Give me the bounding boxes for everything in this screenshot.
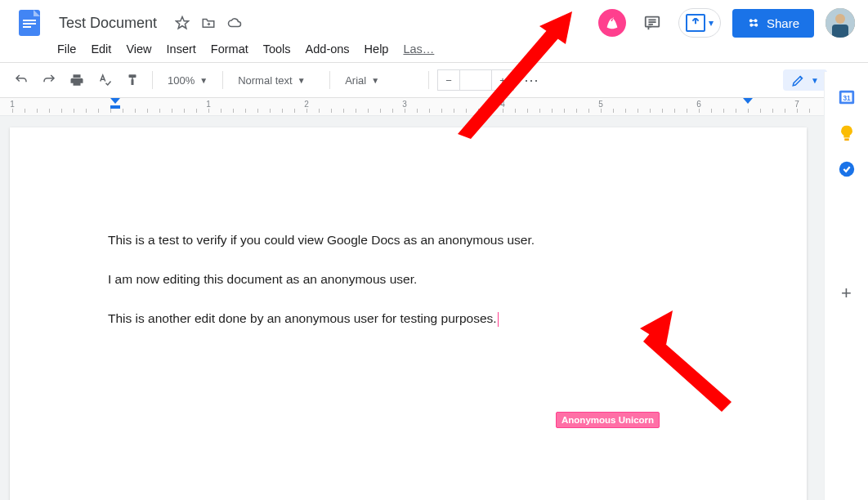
present-icon xyxy=(686,14,705,32)
calendar-app-icon[interactable]: 31 xyxy=(838,88,856,106)
font-size-stepper: − + xyxy=(437,69,514,91)
undo-button[interactable] xyxy=(10,69,33,92)
svg-marker-14 xyxy=(743,98,753,104)
account-avatar[interactable] xyxy=(825,8,855,38)
svg-point-10 xyxy=(835,14,845,24)
menu-help[interactable]: Help xyxy=(365,42,389,56)
left-indent-marker[interactable] xyxy=(110,98,120,111)
chevron-down-icon: ▾ xyxy=(709,17,714,29)
collaborator-cursor xyxy=(498,312,499,327)
cloud-status-icon[interactable] xyxy=(227,16,242,30)
right-indent-marker[interactable] xyxy=(743,98,753,111)
horizontal-ruler[interactable]: 1 1 2 3 4 5 6 7 xyxy=(0,98,868,116)
toolbar: 100%▼ Normal text▼ Arial▼ − + ⋯ ▼ xyxy=(0,62,868,98)
font-size-decrease[interactable]: − xyxy=(438,70,459,90)
svg-rect-18 xyxy=(844,138,849,141)
menu-view[interactable]: View xyxy=(126,42,151,56)
menu-insert[interactable]: Insert xyxy=(167,42,196,56)
spellcheck-button[interactable] xyxy=(93,69,116,92)
format-paint-button[interactable] xyxy=(121,69,144,92)
menu-bar: File Edit View Insert Format Tools Add-o… xyxy=(13,39,855,62)
share-label: Share xyxy=(767,16,799,30)
svg-rect-3 xyxy=(23,26,31,28)
collaborator-label: Anonymous Unicorn xyxy=(556,412,660,428)
font-size-increase[interactable]: + xyxy=(492,70,513,90)
font-select[interactable]: Arial▼ xyxy=(338,74,420,87)
doc-title[interactable]: Test Document xyxy=(59,15,157,32)
docs-logo[interactable] xyxy=(13,7,46,39)
tasks-app-icon[interactable] xyxy=(838,160,856,178)
editing-mode-button[interactable]: ▼ xyxy=(783,69,827,91)
move-folder-icon[interactable] xyxy=(201,16,216,30)
more-tools-button[interactable]: ⋯ xyxy=(519,71,545,89)
paragraph[interactable]: This is another edit done by an anonymou… xyxy=(108,309,709,328)
share-button[interactable]: Share xyxy=(732,9,814,38)
star-icon[interactable] xyxy=(175,16,190,30)
svg-rect-11 xyxy=(832,25,848,38)
font-size-value[interactable] xyxy=(459,70,492,90)
zoom-select[interactable]: 100%▼ xyxy=(161,74,214,87)
svg-marker-12 xyxy=(110,98,120,104)
menu-file[interactable]: File xyxy=(57,42,76,56)
add-addon-button[interactable]: + xyxy=(841,283,852,304)
menu-addons[interactable]: Add-ons xyxy=(306,42,350,56)
anonymous-user-avatar[interactable] xyxy=(598,9,626,37)
menu-edit[interactable]: Edit xyxy=(91,42,111,56)
keep-app-icon[interactable] xyxy=(838,124,856,142)
present-button[interactable]: ▾ xyxy=(678,8,721,38)
svg-text:31: 31 xyxy=(843,95,851,102)
svg-rect-2 xyxy=(23,23,36,25)
chevron-down-icon: ▼ xyxy=(298,76,306,85)
last-edit-link[interactable]: Las… xyxy=(403,42,434,56)
document-page[interactable]: This is a test to verify if you could vi… xyxy=(10,127,807,500)
svg-marker-4 xyxy=(177,17,189,29)
paragraph[interactable]: I am now editing this document as an ano… xyxy=(108,270,709,289)
paragraph[interactable]: This is a test to verify if you could vi… xyxy=(108,230,709,250)
chevron-down-icon: ▼ xyxy=(371,76,379,85)
comments-icon[interactable] xyxy=(638,8,667,38)
menu-format[interactable]: Format xyxy=(211,42,248,56)
side-panel: 31 + xyxy=(824,72,868,500)
chevron-down-icon: ▼ xyxy=(811,76,819,85)
svg-rect-13 xyxy=(110,105,120,109)
redo-button[interactable] xyxy=(38,69,60,92)
chevron-down-icon: ▼ xyxy=(199,76,208,85)
paragraph-style-select[interactable]: Normal text▼ xyxy=(231,74,321,87)
print-button[interactable] xyxy=(65,69,88,92)
menu-tools[interactable]: Tools xyxy=(263,42,291,56)
svg-rect-1 xyxy=(23,20,36,21)
